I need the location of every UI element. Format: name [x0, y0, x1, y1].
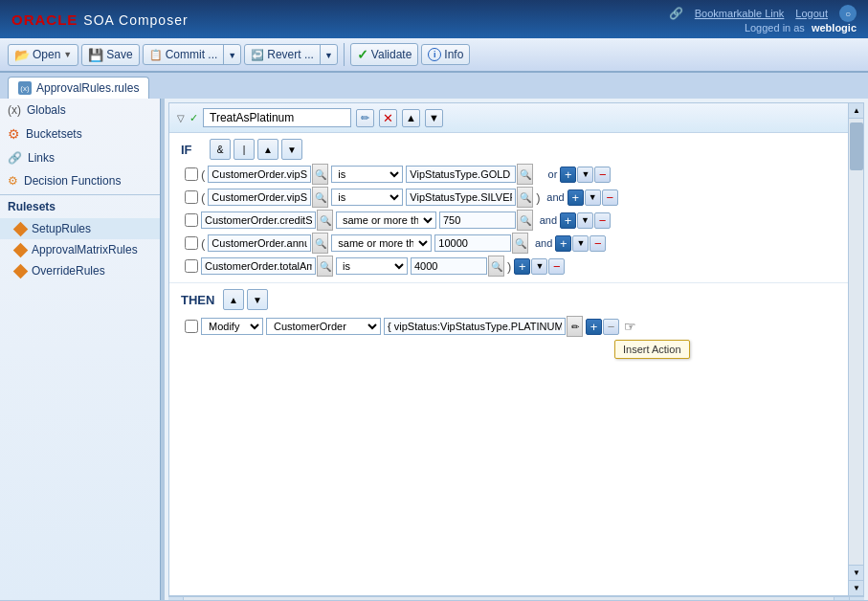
rule-edit-icon[interactable]: ✏	[356, 109, 374, 127]
if-up-icon[interactable]: ▲	[257, 139, 278, 160]
dd-btn-5[interactable]: ▼	[531, 258, 547, 275]
if-add-or-icon[interactable]: |	[234, 139, 255, 160]
add-btn-2[interactable]: +	[568, 189, 584, 206]
revert-button[interactable]: ↩️ Revert ... ▼	[244, 44, 338, 65]
field-search-4[interactable]: 🔍	[312, 233, 328, 254]
condition-checkbox-1[interactable]	[185, 167, 198, 181]
condition-field-5[interactable]	[201, 257, 316, 275]
condition-op-4[interactable]: same or more than	[331, 234, 432, 252]
add-btn-1[interactable]: +	[560, 167, 576, 183]
rule-up-icon[interactable]: ▲	[402, 109, 420, 127]
condition-value-4[interactable]	[434, 234, 511, 252]
condition-op-2[interactable]: is	[331, 189, 403, 206]
rm-btn-1[interactable]: −	[594, 167, 611, 183]
condition-checkbox-3[interactable]	[185, 213, 198, 227]
action-checkbox[interactable]	[185, 320, 198, 333]
rm-btn-4[interactable]: −	[590, 235, 606, 252]
sidebar-item-globals[interactable]: (x) Globals	[0, 99, 160, 122]
bookmarkable-link[interactable]: Bookmarkable Link	[695, 8, 785, 19]
condition-value-5[interactable]	[411, 257, 487, 275]
logout-link[interactable]: Logout	[795, 8, 828, 19]
field-search-1[interactable]: 🔍	[312, 164, 328, 185]
links-icon: 🔗	[8, 151, 22, 165]
rm-btn-3[interactable]: −	[594, 212, 611, 229]
field-search-2[interactable]: 🔍	[312, 187, 328, 208]
add-btn-5[interactable]: +	[514, 258, 530, 275]
field-search-3[interactable]: 🔍	[317, 210, 333, 231]
if-down-icon[interactable]: ▼	[281, 139, 302, 160]
scroll-down-arrow[interactable]: ▼	[849, 565, 864, 580]
condition-checkbox-4[interactable]	[185, 236, 198, 250]
condition-field-3[interactable]	[201, 211, 316, 229]
sidebar-item-links[interactable]: 🔗 Links	[0, 146, 160, 169]
add-btn-3[interactable]: +	[560, 212, 576, 229]
condition-value-1[interactable]	[406, 166, 516, 183]
hscroll-far-right[interactable]: ▶	[849, 597, 864, 601]
condition-field-1[interactable]	[208, 166, 311, 183]
commit-button[interactable]: 📋 Commit ... ▼	[143, 44, 242, 65]
dd-btn-3[interactable]: ▼	[577, 212, 593, 229]
field-search-5[interactable]: 🔍	[317, 256, 333, 277]
add-btn-4[interactable]: +	[555, 235, 571, 252]
sidebar-item-bucketsets[interactable]: ⚙ Bucketsets	[0, 122, 160, 146]
action-edit-icon[interactable]: ✏	[567, 316, 583, 337]
then-down-icon[interactable]: ▼	[247, 289, 268, 310]
sidebar-item-decision-functions[interactable]: ⚙ Decision Functions	[0, 169, 160, 192]
rule-delete-icon[interactable]: ✕	[379, 109, 397, 127]
condition-value-2[interactable]	[406, 189, 516, 206]
action-entity-select[interactable]: CustomerOrder	[266, 318, 381, 335]
scroll-thumb[interactable]	[850, 122, 863, 170]
info-button[interactable]: i Info	[421, 44, 470, 65]
commit-dropdown[interactable]: ▼	[224, 45, 240, 64]
condition-checkbox-5[interactable]	[185, 259, 198, 273]
condition-op-3[interactable]: same or more than	[336, 211, 436, 229]
oracle-logo: ORACLESOA Composer	[11, 11, 189, 28]
sidebar-item-approvalmatrix[interactable]: ApprovalMatrixRules	[0, 239, 160, 260]
then-up-icon[interactable]: ▲	[223, 289, 244, 310]
action-modify-select[interactable]: Modify	[201, 318, 263, 335]
action-add-btn[interactable]: +	[586, 319, 602, 335]
condition-field-4[interactable]	[208, 234, 311, 252]
value-search-5[interactable]: 🔍	[488, 256, 504, 277]
horizontal-scrollbar[interactable]: ◀ ▶ ▶	[168, 596, 864, 600]
condition-checkbox-2[interactable]	[185, 190, 198, 204]
vertical-scrollbar[interactable]: ▲ ▼ ▼	[848, 103, 863, 595]
scroll-bottom-arrow[interactable]: ▼	[849, 580, 864, 595]
dd-btn-1[interactable]: ▼	[577, 167, 593, 183]
tab-approvalrules[interactable]: (x) ApprovalRules.rules	[8, 77, 149, 99]
hscroll-left-arrow[interactable]: ◀	[168, 597, 184, 601]
value-search-1[interactable]: 🔍	[517, 164, 533, 185]
rm-btn-2[interactable]: −	[602, 189, 618, 206]
action-value-input[interactable]	[384, 318, 566, 335]
logged-in-user: weblogic	[812, 22, 857, 33]
tab-label: ApprovalRules.rules	[36, 81, 139, 95]
value-search-2[interactable]: 🔍	[517, 187, 533, 208]
open-dropdown-arrow[interactable]: ▼	[63, 50, 72, 59]
rule-name-input[interactable]	[203, 108, 351, 127]
open-button[interactable]: 📂 Open ▼	[8, 44, 78, 66]
sidebar-item-overriderules[interactable]: OverrideRules	[0, 260, 160, 281]
save-button[interactable]: 💾 Save	[81, 44, 139, 66]
toolbar: 📂 Open ▼ 💾 Save 📋 Commit ... ▼ ↩️ Revert…	[0, 38, 868, 73]
rule-down-icon[interactable]: ▼	[425, 109, 443, 127]
hscroll-right-arrow[interactable]: ▶	[834, 597, 849, 601]
condition-op-1[interactable]: is	[331, 166, 403, 183]
value-search-3[interactable]: 🔍	[517, 210, 533, 231]
condition-value-3[interactable]	[439, 211, 516, 229]
validate-button[interactable]: ✓ Validate	[350, 43, 418, 66]
dd-btn-2[interactable]: ▼	[585, 189, 601, 206]
sidebar-item-setuprules[interactable]: SetupRules	[0, 218, 160, 239]
rule-expand-icon[interactable]: ▽	[177, 113, 185, 123]
globals-icon: (x)	[8, 103, 21, 117]
value-search-4[interactable]: 🔍	[512, 233, 528, 254]
rm-btn-5[interactable]: −	[548, 258, 565, 275]
scroll-up-arrow[interactable]: ▲	[849, 103, 864, 119]
condition-field-2[interactable]	[208, 189, 311, 206]
action-rm-btn[interactable]: −	[603, 319, 619, 335]
dd-btn-4[interactable]: ▼	[572, 235, 589, 252]
revert-dropdown[interactable]: ▼	[321, 45, 337, 64]
if-add-and-icon[interactable]: &	[210, 139, 231, 160]
cursor-icon: ☞ Insert Action	[624, 319, 636, 334]
sidebar: (x) Globals ⚙ Bucketsets 🔗 Links ⚙ Decis…	[0, 99, 161, 600]
condition-op-5[interactable]: is	[336, 257, 408, 275]
